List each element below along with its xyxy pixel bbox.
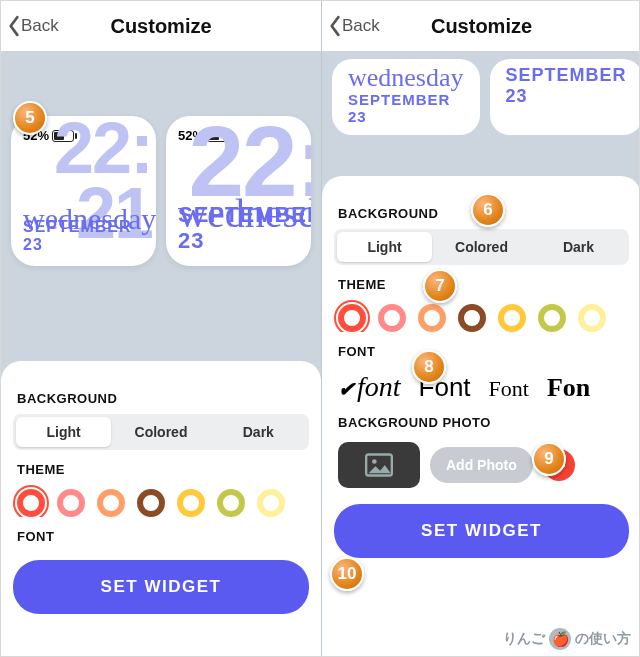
- background-segmented[interactable]: Light Colored Dark: [13, 414, 309, 450]
- bg-option-colored[interactable]: Colored: [113, 417, 208, 447]
- theme-swatch[interactable]: [498, 304, 526, 332]
- theme-label: THEME: [17, 462, 305, 477]
- bg-option-dark[interactable]: Dark: [531, 232, 626, 262]
- font-option[interactable]: ✔font: [338, 371, 401, 403]
- font-label: FONT: [338, 344, 625, 359]
- font-label: FONT: [17, 529, 305, 544]
- theme-swatch[interactable]: [378, 304, 406, 332]
- font-options: ✔font Font Font Fon: [334, 367, 629, 403]
- callout-7: 7: [423, 269, 457, 303]
- theme-swatch[interactable]: [97, 489, 125, 517]
- callout-10: 10: [330, 557, 364, 591]
- theme-swatches: [13, 485, 309, 517]
- widget-date: SEPTEMBER 23: [506, 65, 627, 107]
- theme-label: THEME: [338, 277, 625, 292]
- svg-point-1: [372, 459, 377, 464]
- theme-swatch[interactable]: [177, 489, 205, 517]
- bg-option-light[interactable]: Light: [16, 417, 111, 447]
- background-label: BACKGROUND: [17, 391, 305, 406]
- bg-option-colored[interactable]: Colored: [434, 232, 529, 262]
- widget-preview-small[interactable]: 52% 22:21 wednesday SEPTEMBER 23: [11, 116, 156, 266]
- bg-photo-label: BACKGROUND PHOTO: [338, 415, 625, 430]
- set-widget-button[interactable]: SET WIDGET: [13, 560, 309, 614]
- callout-6: 6: [471, 193, 505, 227]
- page-title: Customize: [1, 15, 321, 38]
- theme-swatch[interactable]: [217, 489, 245, 517]
- theme-swatch[interactable]: [538, 304, 566, 332]
- font-option[interactable]: Fon: [547, 373, 590, 403]
- widget-date: SEPTEMBER 23: [178, 202, 311, 254]
- page-title: Customize: [322, 15, 640, 38]
- header: Back Customize: [1, 1, 321, 51]
- widget-preview: 52% 22:21 wednesday SEPTEMBER 23 52% 22:: [1, 51, 321, 266]
- widget-date: SEPTEMBER 23: [348, 91, 464, 125]
- widget-preview-mini[interactable]: wednesday SEPTEMBER 23: [332, 59, 480, 135]
- header: Back Customize: [322, 1, 640, 51]
- theme-swatch[interactable]: [17, 489, 45, 517]
- background-segmented[interactable]: Light Colored Dark: [334, 229, 629, 265]
- theme-swatch[interactable]: [257, 489, 285, 517]
- photo-thumbnail[interactable]: [338, 442, 420, 488]
- theme-swatch[interactable]: [338, 304, 366, 332]
- widget-preview-large[interactable]: 52% 22: wednesday SEPTEMBER 23: [166, 116, 311, 266]
- watermark: りんご 🍎 の使い方: [503, 628, 631, 650]
- bg-option-light[interactable]: Light: [337, 232, 432, 262]
- callout-9: 9: [532, 442, 566, 476]
- theme-swatch[interactable]: [57, 489, 85, 517]
- theme-swatch[interactable]: [418, 304, 446, 332]
- callout-8: 8: [412, 350, 446, 384]
- callout-5: 5: [13, 101, 47, 135]
- widget-preview-mini[interactable]: SEPTEMBER 23: [490, 59, 640, 135]
- font-option[interactable]: Font: [489, 376, 529, 402]
- widget-day: wednesday: [348, 65, 464, 91]
- widget-date: SEPTEMBER 23: [23, 218, 156, 254]
- image-icon: [365, 453, 393, 477]
- set-widget-button[interactable]: SET WIDGET: [334, 504, 629, 558]
- theme-swatches: [334, 300, 629, 332]
- apple-icon: 🍎: [549, 628, 571, 650]
- theme-swatch[interactable]: [458, 304, 486, 332]
- theme-swatch[interactable]: [578, 304, 606, 332]
- customize-sheet: BACKGROUND Light Colored Dark THEME FONT…: [322, 176, 640, 656]
- customize-sheet: BACKGROUND Light Colored Dark THEME FONT…: [1, 361, 321, 656]
- add-photo-button[interactable]: Add Photo: [430, 447, 533, 483]
- bg-option-dark[interactable]: Dark: [211, 417, 306, 447]
- theme-swatch[interactable]: [137, 489, 165, 517]
